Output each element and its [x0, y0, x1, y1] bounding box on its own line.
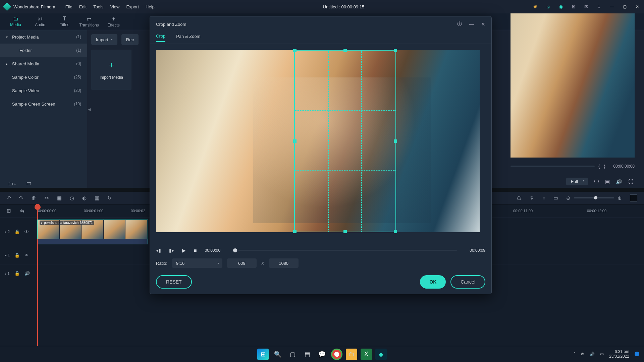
timeline-clip[interactable]: ▸pexels-anna-tarazevich-6550971 — [37, 220, 148, 239]
color-icon[interactable]: ◐ — [82, 195, 87, 201]
menu-export[interactable]: Export — [126, 4, 139, 9]
reset-button[interactable]: RESET — [156, 275, 192, 289]
voiceover-icon[interactable]: 🎙 — [529, 195, 534, 201]
message-icon[interactable]: ✉ — [584, 4, 589, 9]
crop-height-input[interactable]: 1080 — [269, 258, 299, 268]
record-button[interactable]: Rec — [121, 34, 139, 45]
crop-handle[interactable] — [293, 139, 297, 143]
crop-width-input[interactable]: 609 — [227, 258, 257, 268]
sidebar-item-folder[interactable]: Folder(1) — [0, 44, 87, 57]
new-folder-icon[interactable]: 🗀₊ — [8, 180, 16, 187]
tray-volume-icon[interactable]: 🔊 — [590, 352, 595, 356]
explorer-icon[interactable]: 🗀 — [346, 349, 357, 360]
download-icon[interactable]: ⭳ — [596, 4, 602, 9]
speed-icon[interactable]: ◷ — [70, 195, 74, 201]
green-screen-icon[interactable]: ▦ — [95, 195, 99, 201]
snapshot-icon[interactable]: ▣ — [605, 179, 610, 185]
menu-tools[interactable]: Tools — [93, 4, 103, 9]
prev-frame-icon[interactable]: ◂▮ — [156, 248, 161, 253]
taskbar-clock[interactable]: 6:31 pm 23/01/2022 — [609, 349, 629, 359]
lock-icon[interactable]: 🔒 — [14, 271, 20, 276]
zoom-slider[interactable] — [574, 197, 614, 198]
preview-scrub-track[interactable] — [511, 166, 595, 167]
battery-icon[interactable]: ▭ — [600, 352, 604, 356]
play-slider[interactable] — [233, 250, 457, 251]
menu-view[interactable]: View — [110, 4, 119, 9]
crop-handle[interactable] — [293, 49, 297, 52]
widgets-icon[interactable]: ▤ — [302, 349, 313, 360]
link-icon[interactable]: ⇆ — [20, 208, 24, 214]
lock-icon[interactable]: 🔒 — [14, 229, 20, 234]
tab-media[interactable]: 🗀Media — [3, 13, 28, 30]
preview-viewport[interactable] — [511, 13, 635, 158]
crop-handle[interactable] — [343, 49, 347, 52]
dialog-close-icon[interactable]: ✕ — [481, 21, 485, 27]
track-view-icon[interactable]: ▭ — [553, 195, 558, 201]
crop-handle[interactable] — [394, 139, 397, 143]
sidebar-collapse-icon[interactable]: ◀ — [88, 107, 91, 112]
notification-badge[interactable] — [635, 352, 639, 356]
mark-in-icon[interactable]: { — [599, 164, 600, 169]
window-close-icon[interactable]: ✕ — [635, 4, 640, 9]
zoom-out-icon[interactable]: ⊖ — [566, 195, 571, 201]
speaker-icon[interactable]: 🔊 — [24, 271, 30, 276]
excel-icon[interactable]: X — [361, 349, 372, 360]
tab-audio[interactable]: ♪♪Audio — [28, 13, 52, 30]
chat-icon[interactable]: 💬 — [316, 349, 328, 360]
search-icon[interactable]: 🔍 — [272, 349, 283, 360]
stop-icon[interactable]: ■ — [194, 248, 197, 253]
sidebar-item-sample-color[interactable]: Sample Color(25) — [0, 70, 87, 84]
wifi-icon[interactable]: ⋒ — [581, 352, 584, 356]
eye-icon[interactable]: 👁 — [24, 229, 29, 234]
sidebar-item-shared-media[interactable]: ▸Shared Media(0) — [0, 57, 87, 70]
window-maximize-icon[interactable]: ▢ — [622, 4, 627, 9]
tray-chevron-icon[interactable]: ˄ — [574, 352, 576, 356]
redo-icon[interactable]: ↷ — [19, 195, 23, 201]
ok-button[interactable]: OK — [420, 275, 446, 289]
save-icon[interactable]: 🗎 — [571, 4, 576, 9]
tab-transitions[interactable]: ⇄Transitions — [77, 13, 101, 30]
folder-icon[interactable]: 🗀 — [26, 180, 32, 187]
play-icon[interactable]: ▶ — [182, 248, 186, 253]
lock-icon[interactable]: 🔒 — [14, 253, 20, 258]
display-icon[interactable]: 🖵 — [594, 179, 599, 184]
sidebar-item-sample-video[interactable]: Sample Video(20) — [0, 84, 87, 97]
delete-icon[interactable]: 🗑 — [32, 195, 37, 201]
menu-file[interactable]: File — [65, 4, 72, 9]
crop-handle[interactable] — [394, 49, 397, 52]
dialog-minimize-icon[interactable]: — — [469, 21, 474, 27]
zoom-in-icon[interactable]: ⊕ — [618, 195, 622, 201]
task-view-icon[interactable]: ▢ — [287, 349, 298, 360]
tab-pan-zoom[interactable]: Pan & Zoom — [176, 34, 200, 42]
mark-out-icon[interactable]: } — [604, 164, 605, 169]
crop-handle[interactable] — [343, 230, 347, 233]
menu-help[interactable]: Help — [146, 4, 155, 9]
crop-box[interactable] — [294, 50, 396, 232]
ratio-select[interactable]: 9:16 — [172, 258, 222, 268]
import-button[interactable]: Import▾ — [91, 34, 117, 45]
sidebar-item-project-media[interactable]: ▾Project Media(1) — [0, 30, 87, 44]
help-icon[interactable]: ⓘ — [457, 21, 462, 27]
account-icon[interactable]: ◉ — [558, 4, 564, 9]
tab-crop[interactable]: Crop — [156, 34, 165, 42]
add-track-icon[interactable]: ⊞ — [7, 208, 11, 214]
fullscreen-icon[interactable]: ⛶ — [628, 179, 633, 184]
render-icon[interactable]: ↻ — [107, 195, 112, 201]
clip-audio[interactable] — [37, 239, 148, 244]
crop-icon[interactable]: ▣ — [57, 195, 62, 201]
timeline-minimap[interactable] — [630, 194, 637, 202]
volume-icon[interactable]: 🔊 — [616, 179, 622, 185]
idea-icon[interactable]: ✺ — [533, 4, 538, 9]
window-minimize-icon[interactable]: — — [609, 4, 614, 9]
preview-quality-select[interactable]: Full — [566, 178, 588, 185]
start-button[interactable]: ⊞ — [257, 349, 269, 360]
chrome-icon[interactable] — [331, 349, 342, 360]
split-icon[interactable]: ✂ — [45, 195, 49, 201]
tab-effects[interactable]: ✦Effects — [101, 13, 126, 30]
import-media-tile[interactable]: + Import Media — [91, 50, 131, 90]
mixer-icon[interactable]: ≡ — [542, 195, 545, 201]
undo-icon[interactable]: ↶ — [7, 195, 11, 201]
menu-edit[interactable]: Edit — [79, 4, 87, 9]
eye-icon[interactable]: 👁 — [24, 253, 29, 258]
filmora-taskbar-icon[interactable]: ◆ — [375, 349, 387, 360]
